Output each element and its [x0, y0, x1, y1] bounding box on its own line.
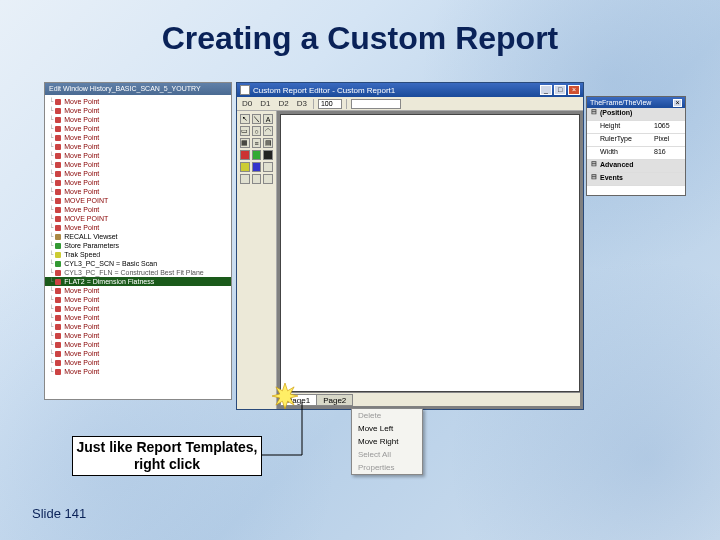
properties-title: TheFrame/TheView × [587, 97, 685, 108]
zoom-field[interactable]: 100 [318, 99, 342, 109]
tool-btn[interactable] [263, 174, 273, 184]
tool-arc-icon[interactable]: ◠ [263, 126, 273, 136]
tree-item[interactable]: └Move Point [45, 295, 231, 304]
menu-item[interactable]: Move Left [352, 422, 422, 435]
tree-item[interactable]: └MOVE POINT [45, 214, 231, 223]
tree-item[interactable]: └Move Point [45, 124, 231, 133]
toolbar-font-btn[interactable]: D0 [240, 99, 254, 108]
tree-item[interactable]: └Move Point [45, 169, 231, 178]
tree-item[interactable]: └CYL3_PC_SCN = Basic Scan [45, 259, 231, 268]
context-menu: DeleteMove LeftMove RightSelect AllPrope… [351, 408, 423, 475]
tool-palette: ↖＼A ▭○◠ ▦≡▤ [237, 111, 277, 409]
props-group[interactable]: ⊟(Position) [587, 108, 685, 121]
tree-item[interactable]: └Move Point [45, 322, 231, 331]
tree-item[interactable]: └CYL3_PC_FLN = Constructed Best Fit Plan… [45, 268, 231, 277]
color-blue[interactable] [252, 162, 262, 172]
tool-text-icon[interactable]: A [263, 114, 273, 124]
editor-title: Custom Report Editor - Custom Report1 [253, 86, 395, 95]
tool-btn[interactable]: ≡ [252, 138, 262, 148]
report-editor-window: Custom Report Editor - Custom Report1 _ … [236, 82, 584, 410]
highlight-starburst-icon [272, 383, 298, 409]
menu-item: Properties [352, 461, 422, 474]
tree-item[interactable]: └Store Parameters [45, 241, 231, 250]
tool-btn[interactable]: ▤ [263, 138, 273, 148]
properties-panel: TheFrame/TheView × ⊟(Position)Height1065… [586, 96, 686, 196]
tree-item[interactable]: └Move Point [45, 286, 231, 295]
tree-item[interactable]: └Move Point [45, 133, 231, 142]
menu-item: Select All [352, 448, 422, 461]
toolbar-btn[interactable]: D1 [258, 99, 272, 108]
toolbar-combo[interactable] [351, 99, 401, 109]
tree-item[interactable]: └Move Point [45, 178, 231, 187]
tool-btn[interactable] [252, 174, 262, 184]
menu-item[interactable]: Move Right [352, 435, 422, 448]
page-tabs: Page1 Page2 [280, 392, 580, 406]
tool-line-icon[interactable]: ＼ [252, 114, 262, 124]
color-red[interactable] [240, 150, 250, 160]
tool-rect-icon[interactable]: ▭ [240, 126, 250, 136]
minimize-button[interactable]: _ [540, 85, 552, 95]
tree-item[interactable]: └Move Point [45, 304, 231, 313]
tree-item[interactable]: └RECALL Viewset [45, 232, 231, 241]
editor-titlebar: Custom Report Editor - Custom Report1 _ … [237, 83, 583, 97]
props-group[interactable]: ⊟Events [587, 173, 685, 186]
tree-item[interactable]: └Move Point [45, 97, 231, 106]
tree-item[interactable]: └Move Point [45, 187, 231, 196]
menu-item: Delete [352, 409, 422, 422]
tree-header: Edit Window History_BASIC_SCAN_5_YOUTRY [45, 83, 231, 95]
maximize-button[interactable]: □ [554, 85, 566, 95]
tool-ellipse-icon[interactable]: ○ [252, 126, 262, 136]
slide-title: Creating a Custom Report [162, 20, 558, 57]
tool-btn[interactable]: ▦ [240, 138, 250, 148]
tree-item[interactable]: └MOVE POINT [45, 196, 231, 205]
tree-item[interactable]: └Move Point [45, 106, 231, 115]
tree-item[interactable]: └FLAT2 = Dimension Flatness [45, 277, 231, 286]
app-screenshot: Edit Window History_BASIC_SCAN_5_YOUTRY … [44, 82, 656, 422]
tree-item[interactable]: └Move Point [45, 151, 231, 160]
toolbar-btn[interactable]: D2 [276, 99, 290, 108]
props-group[interactable]: ⊟Advanced [587, 160, 685, 173]
tree-item[interactable]: └Move Point [45, 205, 231, 214]
slide-number: Slide 141 [32, 506, 86, 521]
editor-toolbar: D0 D1 D2 D3 100 [237, 97, 583, 111]
tree-panel: Edit Window History_BASIC_SCAN_5_YOUTRY … [44, 82, 232, 400]
tool-btn[interactable] [240, 174, 250, 184]
callout-box: Just like Report Templates, right click [72, 436, 262, 476]
tree-item[interactable]: └Move Point [45, 223, 231, 232]
tree-item[interactable]: └Trak Speed [45, 250, 231, 259]
tree-item[interactable]: └Move Point [45, 313, 231, 322]
close-button[interactable]: × [568, 85, 580, 95]
editor-canvas-area: Page1 Page2 [277, 111, 583, 409]
tree-item[interactable]: └Move Point [45, 367, 231, 376]
tree-item[interactable]: └Move Point [45, 142, 231, 151]
page-tab-2[interactable]: Page2 [316, 394, 353, 406]
color-black[interactable] [263, 150, 273, 160]
svg-marker-0 [272, 383, 298, 409]
tree-item[interactable]: └Move Point [45, 340, 231, 349]
color-green[interactable] [252, 150, 262, 160]
tree-item[interactable]: └Move Point [45, 160, 231, 169]
props-row[interactable]: Height1065 [587, 121, 685, 134]
toolbar-btn[interactable]: D3 [295, 99, 309, 108]
color-yellow[interactable] [240, 162, 250, 172]
tool-select-icon[interactable]: ↖ [240, 114, 250, 124]
color-btn[interactable] [263, 162, 273, 172]
tree-item[interactable]: └Move Point [45, 115, 231, 124]
close-icon[interactable]: × [673, 99, 682, 107]
app-icon [240, 85, 250, 95]
tree-item[interactable]: └Move Point [45, 331, 231, 340]
report-page[interactable] [280, 114, 580, 392]
tree-item[interactable]: └Move Point [45, 358, 231, 367]
props-row[interactable]: Width816 [587, 147, 685, 160]
tree-item[interactable]: └Move Point [45, 349, 231, 358]
props-row[interactable]: RulerTypePixel [587, 134, 685, 147]
